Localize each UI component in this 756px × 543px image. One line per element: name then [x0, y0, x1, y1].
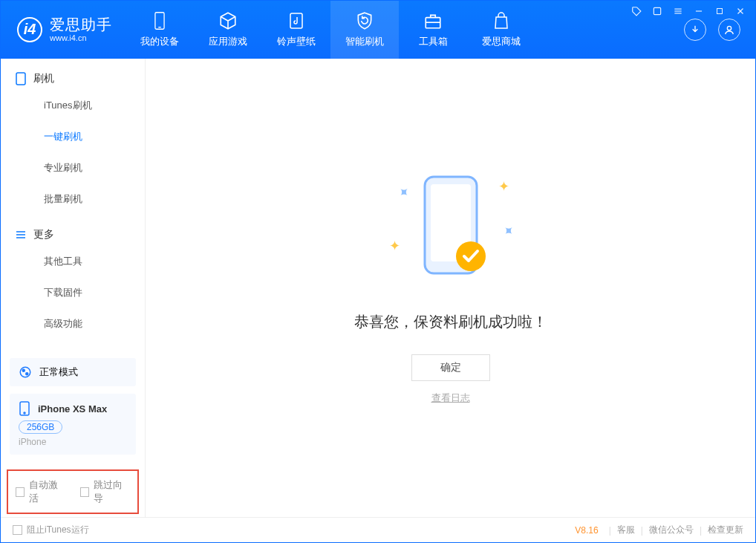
- device-storage: 256GB: [19, 420, 62, 434]
- nav-apps[interactable]: 应用游戏: [194, 1, 262, 59]
- mode-card[interactable]: 正常模式: [10, 358, 136, 386]
- nav-label: 铃声壁纸: [277, 35, 316, 48]
- sidebar-head-label: 更多: [33, 228, 54, 241]
- main-content: ✦ ✦ ✦ ✦ 恭喜您，保资料刷机成功啦！ 确定 查看日志: [146, 59, 755, 517]
- nav-toolbox[interactable]: 工具箱: [399, 1, 467, 59]
- close-icon[interactable]: [734, 5, 746, 17]
- support-link[interactable]: 客服: [617, 524, 635, 536]
- checkbox-block-itunes[interactable]: 阻止iTunes运行: [13, 524, 89, 536]
- feedback-icon[interactable]: [630, 5, 642, 17]
- logo-icon: i4: [17, 17, 42, 42]
- nav-my-device[interactable]: 我的设备: [126, 1, 194, 59]
- minimize-icon[interactable]: [693, 5, 705, 17]
- checkbox-label: 自动激活: [29, 478, 65, 505]
- sidebar-head-flash: 刷机: [16, 72, 145, 85]
- ok-button[interactable]: 确定: [411, 354, 490, 381]
- briefcase-icon: [423, 11, 443, 30]
- sidebar: 刷机 iTunes刷机 一键刷机 专业刷机 批量刷机 更多 其他工具 下载固件 …: [1, 59, 146, 517]
- sidebar-item-batch[interactable]: 批量刷机: [16, 183, 145, 215]
- nav-ringtones[interactable]: 铃声壁纸: [262, 1, 330, 59]
- svg-point-19: [22, 369, 25, 371]
- svg-rect-10: [290, 13, 302, 28]
- brand-title: 爱思助手: [50, 16, 112, 33]
- device-type: iPhone: [19, 437, 127, 447]
- sidebar-item-advanced[interactable]: 高级功能: [16, 308, 145, 339]
- checkbox-icon: [80, 487, 89, 497]
- download-manager-button[interactable]: [684, 19, 706, 41]
- music-icon: [287, 11, 306, 30]
- logo: i4 爱思助手 www.i4.cn: [1, 16, 126, 43]
- svg-rect-14: [16, 73, 25, 85]
- svg-rect-5: [717, 9, 723, 14]
- nav-label: 工具箱: [419, 35, 448, 48]
- svg-point-22: [24, 412, 25, 414]
- sidebar-item-firmware[interactable]: 下载固件: [16, 277, 145, 308]
- shield-refresh-icon: [355, 11, 374, 30]
- nav-label: 我的设备: [140, 35, 179, 48]
- bag-icon: [492, 11, 511, 30]
- nav-label: 爱思商城: [482, 35, 521, 48]
- nav-label: 应用游戏: [209, 35, 247, 48]
- options-highlight: 自动激活 跳过向导: [7, 469, 139, 514]
- svg-rect-0: [654, 7, 660, 14]
- brand-subtitle: www.i4.cn: [50, 33, 112, 43]
- sidebar-head-label: 刷机: [33, 72, 54, 85]
- version-label: V8.16: [575, 525, 598, 536]
- sidebar-head-more: 更多: [16, 228, 145, 241]
- checkbox-icon: [13, 525, 22, 535]
- account-button[interactable]: [718, 19, 740, 41]
- window-controls: [630, 5, 746, 17]
- status-bar: 阻止iTunes运行 V8.16 | 客服 | 微信公众号 | 检查更新: [1, 517, 755, 542]
- sidebar-item-other[interactable]: 其他工具: [16, 246, 145, 277]
- svg-point-13: [727, 26, 731, 30]
- success-title: 恭喜您，保资料刷机成功啦！: [354, 312, 547, 332]
- checkbox-skip-guide[interactable]: 跳过向导: [80, 478, 130, 505]
- wechat-link[interactable]: 微信公众号: [649, 524, 694, 536]
- svg-point-20: [26, 373, 28, 375]
- device-name: iPhone XS Max: [38, 403, 107, 414]
- checkbox-label: 跳过向导: [94, 478, 130, 505]
- success-illustration: ✦ ✦ ✦ ✦: [403, 171, 499, 290]
- checkbox-icon: [16, 487, 25, 497]
- checkbox-label: 阻止iTunes运行: [27, 524, 89, 536]
- checkbox-auto-activate[interactable]: 自动激活: [16, 478, 65, 505]
- update-link[interactable]: 检查更新: [708, 524, 743, 536]
- svg-point-18: [20, 367, 30, 377]
- nav-flash[interactable]: 智能刷机: [330, 1, 399, 59]
- menu-icon[interactable]: [672, 5, 684, 17]
- mode-label: 正常模式: [39, 365, 78, 379]
- maximize-icon[interactable]: [714, 5, 726, 17]
- phone-icon: [150, 11, 169, 30]
- skin-icon[interactable]: [651, 5, 663, 17]
- svg-rect-8: [155, 13, 164, 30]
- top-nav: 我的设备 应用游戏 铃声壁纸 智能刷机 工具箱 爱思商城: [126, 1, 535, 59]
- cube-icon: [218, 11, 238, 30]
- nav-label: 智能刷机: [345, 35, 384, 48]
- nav-store[interactable]: 爱思商城: [467, 1, 535, 59]
- sidebar-item-pro[interactable]: 专业刷机: [16, 152, 145, 183]
- sidebar-item-itunes[interactable]: iTunes刷机: [16, 90, 145, 121]
- sidebar-item-oneclick[interactable]: 一键刷机: [16, 121, 145, 152]
- device-card[interactable]: iPhone XS Max 256GB iPhone: [10, 394, 136, 455]
- title-bar: i4 爱思助手 www.i4.cn 我的设备 应用游戏 铃声壁纸 智能刷机: [1, 1, 755, 59]
- view-log-link[interactable]: 查看日志: [431, 391, 470, 405]
